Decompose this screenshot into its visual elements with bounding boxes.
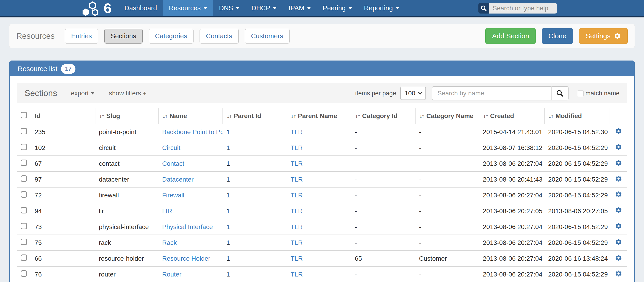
cell-id: 73: [31, 219, 95, 235]
tab-sections[interactable]: Sections: [104, 29, 143, 44]
col-header-modified[interactable]: ↓↑Modified: [544, 108, 610, 124]
col-header-created[interactable]: ↓↑Created: [479, 108, 544, 124]
parent-name-link[interactable]: TLR: [290, 255, 303, 262]
row-settings-gear-icon[interactable]: [615, 254, 622, 263]
nav-item-dhcp[interactable]: DHCP: [246, 0, 282, 16]
row-checkbox[interactable]: [21, 207, 27, 214]
parent-name-link[interactable]: TLR: [290, 160, 303, 167]
row-checkbox[interactable]: [21, 239, 27, 245]
row-settings-gear-icon[interactable]: [615, 222, 622, 231]
sort-icon: ↓↑: [226, 112, 232, 120]
nav-item-dns[interactable]: DNS: [213, 0, 246, 16]
items-per-page-label: items per page: [355, 90, 396, 97]
cell-category-name: -: [415, 235, 479, 250]
tab-customers[interactable]: Customers: [245, 29, 290, 44]
cell-id: 75: [31, 235, 95, 250]
add-section-button[interactable]: Add Section: [485, 28, 536, 44]
row-settings-gear-icon[interactable]: [615, 143, 622, 152]
resource-name-link[interactable]: LIR: [162, 208, 172, 214]
row-settings-gear-icon[interactable]: [615, 191, 622, 200]
nav-item-dashboard[interactable]: Dashboard: [118, 0, 163, 16]
nav-item-reporting[interactable]: Reporting: [358, 0, 405, 16]
cell-slug: rack: [95, 235, 158, 250]
app-logo[interactable]: 6: [81, 0, 112, 16]
sort-icon: ↓↑: [291, 112, 296, 120]
name-search-input[interactable]: [432, 86, 552, 100]
col-header-id[interactable]: Id: [31, 108, 95, 124]
table-row: 66 resource-holder Resource Holder 1 TLR…: [17, 250, 627, 266]
help-search: [478, 3, 557, 13]
row-checkbox[interactable]: [21, 223, 27, 229]
cell-id: 102: [31, 140, 95, 156]
row-settings-gear-icon[interactable]: [615, 270, 622, 279]
resource-name-link[interactable]: Firewall: [162, 192, 184, 199]
tab-categories[interactable]: Categories: [148, 29, 194, 44]
row-checkbox[interactable]: [21, 191, 27, 198]
row-settings-gear-icon[interactable]: [615, 175, 622, 184]
caret-down-icon: [307, 7, 311, 10]
tab-contacts[interactable]: Contacts: [200, 29, 238, 44]
tab-entries[interactable]: Entries: [65, 29, 98, 44]
parent-name-link[interactable]: TLR: [290, 223, 303, 230]
help-search-input[interactable]: [489, 3, 557, 14]
row-settings-gear-icon[interactable]: [615, 206, 622, 216]
row-checkbox[interactable]: [21, 128, 27, 134]
items-per-page-select[interactable]: 100: [400, 87, 426, 100]
row-settings-gear-icon[interactable]: [615, 128, 622, 136]
row-settings-gear-icon[interactable]: [615, 159, 622, 168]
parent-name-link[interactable]: TLR: [290, 128, 303, 136]
row-settings-gear-icon[interactable]: [615, 238, 622, 247]
parent-name-link[interactable]: TLR: [290, 192, 303, 199]
col-header-slug[interactable]: ↓↑Slug: [95, 108, 158, 124]
nav-item-label: Reporting: [364, 4, 393, 12]
parent-name-link[interactable]: TLR: [290, 239, 303, 246]
settings-button[interactable]: Settings: [579, 28, 628, 44]
row-checkbox[interactable]: [21, 144, 27, 150]
search-button[interactable]: [552, 86, 568, 100]
row-checkbox[interactable]: [21, 160, 27, 166]
nav-item-peering[interactable]: Peering: [317, 0, 358, 16]
parent-name-link[interactable]: TLR: [290, 271, 303, 278]
select-all-checkbox[interactable]: [21, 112, 27, 118]
export-dropdown[interactable]: export: [71, 90, 94, 97]
parent-name-link[interactable]: TLR: [290, 144, 303, 151]
cell-parent-id: 1: [223, 140, 287, 156]
resource-name-link[interactable]: Resource Holder: [162, 255, 210, 262]
parent-name-link[interactable]: TLR: [290, 208, 303, 214]
col-header-category-id[interactable]: ↓↑Category Id: [351, 108, 415, 124]
nav-item-ipam[interactable]: IPAM: [282, 0, 317, 16]
row-checkbox[interactable]: [21, 254, 27, 261]
top-navbar: 6 Dashboard Resources DNS DHCP IPAM Peer…: [0, 0, 644, 18]
cell-parent-id: 1: [223, 172, 287, 187]
resource-name-link[interactable]: Router: [162, 271, 182, 278]
resource-name-link[interactable]: Backbone Point to Point: [162, 128, 223, 136]
row-checkbox[interactable]: [21, 270, 27, 277]
resource-name-link[interactable]: Rack: [162, 239, 177, 246]
caret-down-icon: [236, 7, 240, 10]
col-header-parent-name[interactable]: ↓↑Parent Name: [287, 108, 351, 124]
show-filters-toggle[interactable]: show filters +: [109, 90, 146, 97]
nav-item-resources[interactable]: Resources: [163, 0, 213, 16]
table-body: 235 point-to-point Backbone Point to Poi…: [17, 124, 627, 282]
cell-id: 66: [31, 250, 95, 266]
nav-item-label: Peering: [323, 4, 346, 12]
row-checkbox[interactable]: [21, 176, 27, 182]
match-name-checkbox[interactable]: [578, 90, 584, 96]
resource-name-link[interactable]: Datacenter: [162, 176, 194, 183]
search-icon[interactable]: [478, 3, 489, 14]
cell-id: 235: [31, 124, 95, 140]
col-header-parent-id[interactable]: ↓↑Parent Id: [223, 108, 287, 124]
col-header-category-name[interactable]: ↓↑Category Name: [415, 108, 479, 124]
parent-name-link[interactable]: TLR: [290, 176, 303, 183]
page-title: Resources: [16, 32, 54, 40]
resource-name-link[interactable]: Physical Interface: [162, 223, 213, 230]
resource-name-link[interactable]: Circuit: [162, 144, 180, 151]
clone-button[interactable]: Clone: [542, 28, 573, 44]
caret-down-icon: [273, 7, 276, 10]
resource-name-link[interactable]: Contact: [162, 160, 184, 167]
cell-id: 76: [31, 266, 95, 282]
cell-parent-id: 1: [223, 235, 287, 250]
count-badge: 17: [61, 64, 76, 74]
cell-modified: 2020-06-15 04:52:29: [544, 266, 610, 282]
col-header-name[interactable]: ↓↑Name: [158, 108, 223, 124]
